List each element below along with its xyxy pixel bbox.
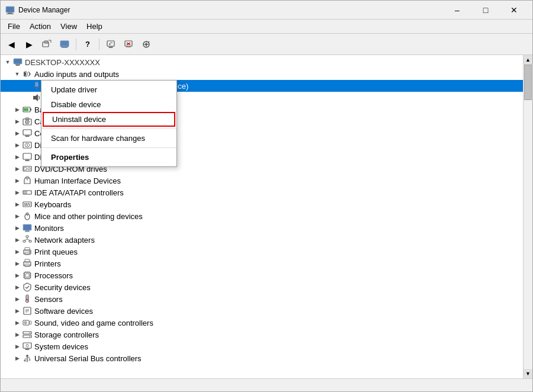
tree-item-audio[interactable]: ▼ Audio inputs and outputs: [1, 68, 523, 80]
svg-point-40: [27, 144, 28, 146]
svg-rect-54: [24, 203, 25, 204]
tree-item-security[interactable]: ▶ Security devices: [1, 281, 523, 293]
hid-expand-icon[interactable]: ▶: [12, 176, 22, 185]
sound-expand-icon[interactable]: ▶: [12, 318, 22, 327]
scrollbar[interactable]: ▲ ▼: [523, 55, 532, 378]
software-icon: [22, 306, 33, 316]
tree-item-processors[interactable]: ▶: [1, 269, 523, 281]
svg-point-76: [29, 251, 30, 252]
tree-item-storage[interactable]: ▶ Storage controllers: [1, 329, 523, 340]
up-button[interactable]: [38, 36, 55, 53]
svg-rect-20: [14, 59, 21, 63]
svg-rect-27: [33, 96, 36, 99]
update-driver-button[interactable]: [102, 36, 119, 53]
speakers-expand-placeholder: ▶: [22, 93, 31, 102]
ctx-scan-hardware[interactable]: Scan for hardware changes: [41, 131, 176, 146]
back-button[interactable]: ◀: [3, 36, 20, 53]
usb-label: Universal Serial Bus controllers: [34, 354, 142, 363]
minimize-button[interactable]: –: [444, 1, 471, 20]
audio-expand-icon[interactable]: ▼: [12, 69, 22, 79]
storage-expand-icon[interactable]: ▶: [12, 330, 22, 339]
menu-bar: File Action View Help: [1, 20, 532, 34]
tree-item-network[interactable]: ▶ Network adapters: [1, 234, 523, 246]
hid-icon: [22, 175, 33, 186]
device-manager-window: Device Manager – □ ✕ File Action View He…: [0, 0, 533, 392]
mice-expand-icon[interactable]: ▶: [12, 211, 22, 221]
svg-point-109: [29, 332, 30, 333]
cameras-expand-icon[interactable]: ▶: [12, 117, 22, 126]
menu-help[interactable]: Help: [82, 21, 107, 32]
tree-item-usb[interactable]: ▶ Universal Serial Bus controllers: [1, 352, 523, 364]
help-button[interactable]: ?: [79, 36, 96, 53]
usb-expand-icon[interactable]: ▶: [12, 354, 22, 363]
software-expand-icon[interactable]: ▶: [12, 306, 22, 316]
ctx-uninstall-device[interactable]: Uninstall device: [43, 112, 175, 127]
computer-expand-icon[interactable]: ▶: [12, 128, 22, 138]
svg-rect-64: [24, 225, 31, 230]
menu-file[interactable]: File: [3, 21, 25, 32]
svg-rect-30: [30, 108, 31, 111]
svg-line-71: [24, 239, 27, 240]
storage-label: Storage controllers: [34, 330, 99, 339]
forward-button[interactable]: ▶: [21, 36, 37, 53]
tree-item-monitors[interactable]: ▶ Monitors: [1, 222, 523, 234]
system-expand-icon[interactable]: ▶: [12, 342, 22, 351]
network-expand-icon[interactable]: ▶: [12, 235, 22, 245]
batteries-expand-icon[interactable]: ▶: [12, 105, 22, 114]
svg-rect-24: [35, 82, 38, 87]
security-expand-icon[interactable]: ▶: [12, 282, 22, 292]
scroll-up-button[interactable]: ▲: [524, 55, 532, 65]
maximize-button[interactable]: □: [472, 1, 499, 20]
menu-view[interactable]: View: [56, 21, 82, 32]
display-expand-icon[interactable]: ▶: [12, 152, 22, 162]
tree-item-hid[interactable]: ▶ Human Interface Devices: [1, 175, 523, 187]
svg-rect-69: [29, 240, 31, 242]
tree-root[interactable]: ▼ DESKTOP-XXXXXXX: [1, 56, 523, 68]
printers-expand-icon[interactable]: ▶: [12, 259, 22, 268]
svg-point-122: [27, 361, 28, 362]
tree-item-printq[interactable]: ▶ Print queues: [1, 246, 523, 258]
svg-rect-59: [28, 205, 30, 206]
tree-item-keyboards[interactable]: ▶ Keyboards: [1, 198, 523, 210]
scroll-thumb[interactable]: [524, 65, 532, 100]
processors-expand-icon[interactable]: ▶: [12, 271, 22, 280]
scroll-down-button[interactable]: ▼: [524, 369, 532, 378]
tree-item-sensors[interactable]: ▶ Sensors: [1, 293, 523, 305]
monitors-expand-icon[interactable]: ▶: [12, 223, 22, 233]
disk-expand-icon[interactable]: ▶: [12, 140, 22, 150]
ctx-disable-device[interactable]: Disable device: [41, 97, 176, 112]
svg-point-34: [27, 121, 28, 123]
svg-line-72: [27, 239, 30, 240]
svg-rect-2: [7, 14, 14, 14]
svg-rect-65: [25, 230, 29, 232]
network-label: Network adapters: [34, 236, 95, 245]
mice-icon: [22, 211, 33, 221]
ctx-properties[interactable]: Properties: [41, 150, 176, 165]
dvd-expand-icon[interactable]: ▶: [12, 164, 22, 173]
tree-item-software[interactable]: ▶ Software devices: [1, 305, 523, 317]
sensors-expand-icon[interactable]: ▶: [12, 294, 22, 304]
tree-item-mice[interactable]: ▶ Mice and other pointing devices: [1, 210, 523, 222]
printq-expand-icon[interactable]: ▶: [12, 247, 22, 256]
close-button[interactable]: ✕: [500, 1, 528, 20]
keyboards-expand-icon[interactable]: ▶: [12, 200, 22, 209]
hid-label: Human Interface Devices: [34, 176, 121, 185]
svg-rect-56: [28, 203, 29, 204]
scan-hardware-button[interactable]: [138, 36, 155, 53]
svg-rect-53: [23, 202, 31, 207]
tree-item-sound[interactable]: ▶ Sound, video and game controllers: [1, 317, 523, 329]
root-expand-icon[interactable]: ▼: [3, 57, 12, 67]
ide-expand-icon[interactable]: ▶: [12, 188, 22, 197]
ctx-update-driver[interactable]: Update driver: [41, 82, 176, 97]
tree-item-system[interactable]: ▶ System devices: [1, 340, 523, 352]
show-hidden-button[interactable]: [56, 36, 73, 53]
svg-point-114: [26, 345, 28, 347]
svg-rect-9: [107, 41, 114, 46]
uninstall-button[interactable]: [120, 36, 137, 53]
menu-action[interactable]: Action: [25, 21, 56, 32]
usb-icon: [22, 353, 33, 364]
storage-icon: [22, 329, 33, 340]
tree-item-ide[interactable]: ▶ IDE ATA/ATAPI controllers: [1, 187, 523, 198]
tree-item-printers[interactable]: ▶ Printers: [1, 258, 523, 269]
title-bar: Device Manager – □ ✕: [1, 1, 532, 20]
